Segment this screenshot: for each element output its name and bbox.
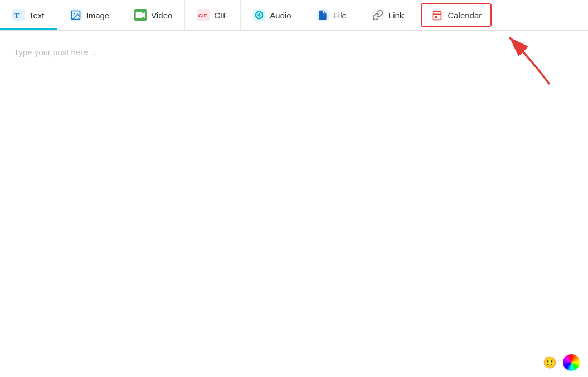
bottom-toolbar: 🙂 — [541, 354, 580, 371]
tab-file[interactable]: File — [304, 0, 359, 30]
emoji-icon: 🙂 — [543, 356, 557, 369]
svg-rect-7 — [435, 16, 437, 18]
tab-audio-label: Audio — [270, 11, 291, 20]
tab-calendar[interactable]: Calendar — [421, 3, 492, 27]
audio-icon — [253, 9, 265, 21]
tab-audio[interactable]: Audio — [241, 0, 304, 30]
tab-gif-label: GIF — [214, 11, 228, 20]
link-icon — [372, 9, 384, 21]
file-icon — [317, 9, 329, 21]
tab-file-label: File — [333, 11, 347, 20]
post-input-placeholder[interactable]: Type your post here ... — [11, 42, 577, 62]
tab-gif[interactable]: GIF GIF — [185, 0, 241, 30]
svg-point-2 — [73, 13, 75, 14]
svg-text:GIF: GIF — [198, 13, 207, 18]
tab-text[interactable]: T Text — [0, 0, 57, 30]
text-icon: T — [12, 9, 25, 21]
svg-text:T: T — [14, 11, 20, 20]
tab-link-label: Link — [388, 11, 404, 20]
svg-rect-3 — [136, 12, 143, 18]
tab-video-label: Video — [151, 11, 172, 20]
svg-rect-6 — [433, 11, 441, 20]
image-icon — [70, 9, 82, 21]
color-wheel-button[interactable] — [563, 354, 580, 371]
tab-image-label: Image — [86, 11, 110, 20]
tab-text-label: Text — [29, 11, 45, 20]
arrow-annotation — [488, 31, 571, 98]
tab-image[interactable]: Image — [57, 0, 123, 30]
video-icon — [134, 9, 147, 21]
calendar-icon — [431, 9, 443, 21]
tab-video[interactable]: Video — [122, 0, 185, 30]
gif-icon: GIF — [197, 9, 210, 21]
emoji-button[interactable]: 🙂 — [541, 354, 558, 371]
content-area: Type your post here ... — [0, 31, 588, 377]
tab-bar: T Text Image Video GIF — [0, 0, 588, 31]
tab-calendar-label: Calendar — [448, 11, 482, 20]
tab-link[interactable]: Link — [359, 0, 417, 30]
